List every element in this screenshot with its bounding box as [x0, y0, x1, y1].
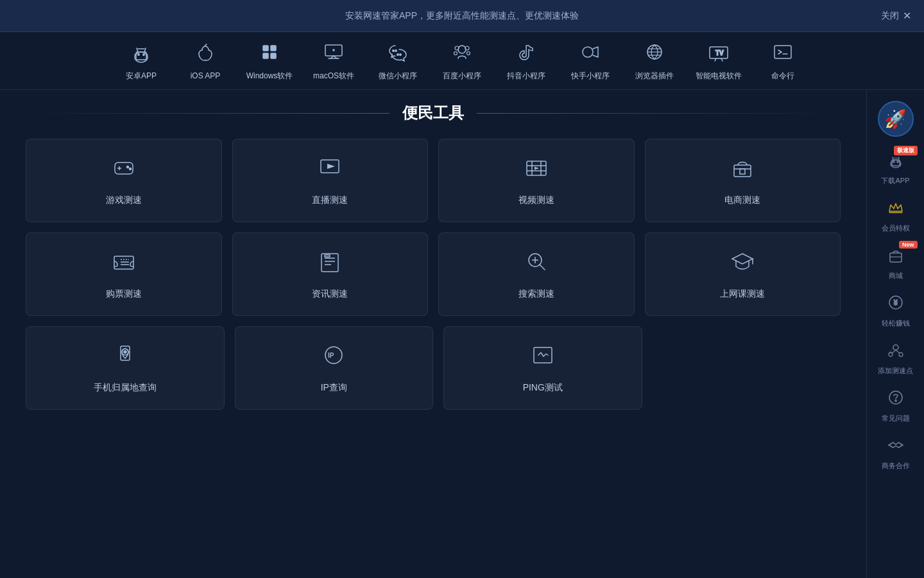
tool-label-phone-location: 手机归属地查询 [94, 382, 157, 394]
svg-marker-48 [535, 167, 539, 170]
nav-item-tiktok[interactable]: 抖音小程序 [494, 35, 558, 87]
sidebar-label-addnode: 添加测速点 [878, 366, 913, 376]
tool-card-news[interactable]: 资讯测速 [232, 232, 429, 316]
svg-rect-51 [740, 169, 745, 174]
svg-point-16 [393, 49, 394, 51]
tool-card-ip[interactable]: IP IP查询 [235, 326, 434, 410]
crown-icon [887, 198, 905, 221]
tool-label-video: 视频测速 [518, 195, 554, 206]
tool-label-ticket: 购票测速 [106, 288, 142, 300]
sidebar-item-earn[interactable]: ¥ 轻松赚钱 [870, 287, 921, 335]
svg-point-18 [397, 53, 398, 55]
nav-item-android[interactable]: 安卓APP [109, 35, 173, 87]
search-circle-icon [524, 249, 549, 279]
sidebar-item-shop[interactable]: New 商城 [870, 240, 921, 287]
android-icon [130, 40, 153, 67]
sidebar-label-download: 下载APP [881, 176, 909, 186]
nav-item-kuaishou[interactable]: 快手小程序 [558, 35, 622, 87]
tool-card-live[interactable]: 直播测速 [232, 139, 429, 222]
nav-label-windows: Windows软件 [246, 71, 293, 82]
svg-rect-9 [263, 46, 268, 51]
handshake-icon [887, 436, 905, 459]
svg-point-92 [895, 400, 896, 401]
nav-label-tiktok: 抖音小程序 [507, 71, 545, 82]
svg-marker-42 [327, 164, 335, 169]
tools-row1: 游戏测速 直播测速 视频测速 电商测速 [26, 139, 841, 222]
tool-card-ping[interactable]: PING测试 [443, 326, 642, 410]
live-icon [317, 155, 343, 186]
tool-card-game[interactable]: 游戏测速 [26, 139, 222, 222]
nav-item-browser[interactable]: 浏览器插件 [622, 35, 687, 87]
svg-point-40 [129, 168, 131, 170]
sidebar-item-download[interactable]: 极速版 下载APP [870, 144, 921, 192]
svg-point-69 [124, 351, 126, 353]
sidebar-item-addnode[interactable]: 添加测速点 [870, 335, 921, 382]
svg-text:¥: ¥ [894, 299, 898, 306]
svg-line-62 [540, 265, 545, 270]
sidebar-item-business[interactable]: 商务合作 [870, 430, 921, 477]
baidu-icon [450, 40, 474, 67]
tool-card-ecommerce[interactable]: 电商测速 [645, 139, 841, 222]
section-title-wrap: 便民工具 [26, 103, 841, 123]
svg-point-78 [897, 161, 898, 162]
nav-item-ios[interactable]: iOS APP [173, 35, 237, 87]
addnode-icon [887, 341, 905, 363]
tool-card-ticket[interactable]: 购票测速 [26, 232, 222, 316]
svg-rect-81 [890, 253, 902, 262]
film-icon [524, 155, 549, 186]
sidebar-item-faq[interactable]: 常见问题 [870, 382, 921, 430]
nav-item-wechat[interactable]: 微信小程序 [366, 35, 430, 87]
tool-label-course: 上网课测速 [720, 288, 765, 300]
nav-item-baidu[interactable]: 百度小程序 [430, 35, 494, 87]
nav-bar: 安卓APP iOS APP Windows软件 macOS软件 微信小程序 百度… [0, 32, 924, 90]
apple-icon [194, 41, 217, 67]
svg-text:IP: IP [328, 352, 334, 359]
svg-marker-65 [732, 254, 753, 264]
tool-card-search[interactable]: 搜索测速 [438, 232, 635, 316]
sidebar-item-vip[interactable]: 会员特权 [870, 192, 921, 240]
nav-item-windows[interactable]: Windows软件 [237, 35, 302, 87]
svg-point-20 [458, 46, 466, 53]
tools-row2: 购票测速 资讯测速 搜索测速 上网课测速 [26, 232, 841, 316]
cmd-icon [771, 40, 794, 67]
sidebar-label-business: 商务合作 [882, 461, 910, 471]
nav-item-cmd[interactable]: 命令行 [751, 35, 815, 87]
nav-label-wechat: 微信小程序 [379, 71, 417, 82]
nav-label-tv: 智能电视软件 [696, 71, 742, 82]
svg-point-24 [467, 51, 470, 55]
svg-point-15 [333, 49, 334, 51]
news-icon [317, 249, 343, 279]
nav-item-macos[interactable]: macOS软件 [302, 35, 366, 87]
banner-close-button[interactable]: 关闭 ✕ [881, 10, 911, 22]
browser-icon [643, 40, 666, 67]
top-banner: 安装网速管家APP，更多附近高性能测速点、更优测速体验 关闭 ✕ [0, 0, 924, 32]
faq-icon [887, 389, 905, 411]
tool-label-ecommerce: 电商测速 [724, 195, 760, 206]
svg-point-85 [893, 345, 898, 350]
wechat-icon [386, 40, 409, 67]
monitor-icon [322, 40, 345, 67]
badge-new: New [899, 241, 918, 249]
graduation-icon [730, 249, 755, 279]
nav-label-cmd: 命令行 [771, 71, 794, 82]
svg-point-19 [400, 53, 401, 55]
rocket-button[interactable]: 🚀 [878, 101, 914, 137]
nav-item-tv[interactable]: TV 智能电视软件 [687, 35, 751, 87]
svg-point-0 [135, 52, 148, 62]
tool-card-video[interactable]: 视频测速 [438, 139, 635, 222]
tool-card-phone-location[interactable]: 手机归属地查询 [26, 326, 225, 410]
main-content: 便民工具 游戏测速 直播测速 [0, 90, 924, 578]
right-sidebar: 🚀 极速版 下载APP 会员特权 New 商城 [866, 90, 924, 578]
sidebar-label-faq: 常见问题 [882, 414, 910, 423]
svg-line-89 [896, 350, 900, 353]
section-line-left [26, 113, 389, 114]
phone-pin-icon [112, 342, 138, 373]
tool-label-live: 直播测速 [312, 195, 348, 206]
nav-label-baidu: 百度小程序 [443, 71, 481, 82]
svg-rect-12 [271, 53, 276, 58]
windows-icon [258, 40, 281, 67]
svg-rect-34 [774, 46, 791, 58]
svg-point-25 [583, 47, 593, 57]
tool-card-course[interactable]: 上网课测速 [645, 232, 841, 316]
svg-point-5 [143, 53, 144, 55]
